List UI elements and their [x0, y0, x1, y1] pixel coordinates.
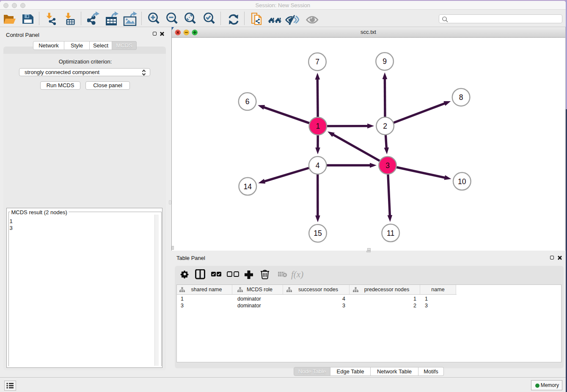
- svg-text:9: 9: [383, 57, 387, 66]
- svg-text:7: 7: [315, 58, 319, 66]
- svg-text:1: 1: [316, 122, 320, 130]
- svg-text:11: 11: [387, 229, 394, 237]
- svg-text:4: 4: [315, 161, 319, 170]
- svg-text:f(x): f(x): [291, 269, 303, 279]
- svg-text:10: 10: [458, 177, 466, 186]
- svg-text:8: 8: [459, 93, 463, 102]
- svg-text:2: 2: [383, 122, 387, 130]
- svg-text:14: 14: [243, 182, 252, 191]
- svg-text:15: 15: [314, 229, 322, 237]
- svg-text:3: 3: [385, 161, 390, 170]
- svg-text:6: 6: [245, 97, 249, 106]
